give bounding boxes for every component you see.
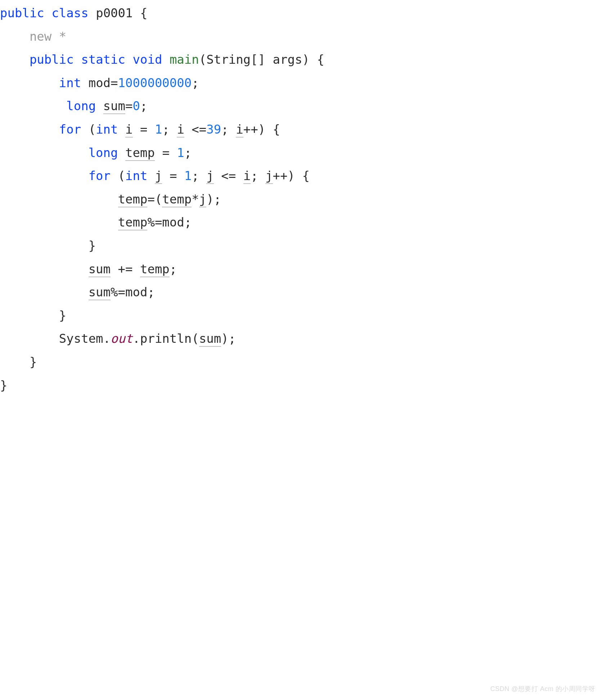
var-temp3: temp (162, 192, 192, 207)
asg3: = (162, 169, 184, 183)
modtxt1: mod; (162, 215, 192, 229)
num-mod: 1000000000 (118, 76, 192, 90)
line-for-j: for (int j = 1; j <= i; j++) { (0, 169, 310, 184)
var-sum4: sum (199, 331, 221, 347)
var-temp5: temp (140, 262, 170, 277)
var-j3: j (265, 169, 273, 184)
sys: System. (59, 331, 111, 346)
var-sum: sum (103, 99, 125, 114)
line-sum-plus: sum += temp; (0, 262, 177, 277)
ss3: ; (192, 169, 206, 183)
num-39: 39 (206, 122, 221, 136)
var-i4: i (243, 169, 251, 184)
println-open: .println( (132, 331, 199, 346)
eq1: = (125, 99, 132, 113)
semi4: ; (170, 262, 177, 276)
brace4: { (302, 169, 309, 183)
ss4: ; (251, 169, 265, 183)
lte2: <= (214, 169, 243, 183)
var-j2: j (206, 169, 214, 184)
var-i: i (125, 122, 132, 138)
var-temp: temp (125, 145, 155, 161)
kw-long: long (66, 99, 96, 113)
var-j4: j (199, 192, 206, 207)
var-temp4: temp (118, 215, 148, 230)
var-sum3: sum (89, 285, 111, 300)
modtxt2: mod; (125, 285, 155, 299)
code-block: public class p0001 { new * public static… (0, 0, 602, 404)
close-semi: ); (221, 331, 236, 346)
pluseq: += (111, 262, 140, 276)
line-sum-mod: sum%=mod; (0, 285, 155, 300)
ss2: ; (221, 122, 236, 136)
var-temp2: temp (118, 192, 148, 207)
line-close-j: } (0, 238, 96, 253)
line-temp-mul: temp=(temp*j); (0, 192, 221, 207)
lte1: <= (184, 122, 206, 136)
mod-lhs: mod= (81, 76, 118, 90)
po2: ( (111, 169, 125, 183)
brace2: { (317, 52, 324, 67)
line-main: public static void main(String[] args) { (0, 52, 324, 67)
tao: =( (147, 192, 162, 206)
line-1: public class p0001 { (0, 6, 147, 20)
kw-long2: long (89, 145, 118, 160)
num-one3: 1 (184, 169, 192, 183)
kw-for1: for (59, 122, 81, 136)
line-println: System.out.println(sum); (0, 331, 236, 347)
num-zero: 0 (133, 99, 140, 113)
line-temp: long temp = 1; (0, 145, 192, 161)
var-sum2: sum (89, 262, 111, 277)
line-sum: long sum=0; (0, 99, 147, 114)
brace-c3: } (30, 355, 37, 369)
semi1: ; (192, 76, 199, 90)
line-close-class: } (0, 378, 7, 392)
kw-for2: for (89, 169, 111, 183)
modeq2: %= (111, 285, 125, 299)
brace3: { (273, 122, 280, 136)
main-params: (String[] args) (199, 52, 317, 67)
cps: ); (206, 192, 221, 206)
fn-main: main (170, 52, 199, 67)
line-close-i: } (0, 308, 66, 323)
num-one2: 1 (177, 145, 184, 160)
kw-int: int (59, 76, 81, 90)
brace-c2: } (59, 308, 66, 323)
mul: * (192, 192, 199, 206)
inc2: ++ (273, 169, 288, 183)
brace-c4: } (0, 378, 7, 392)
modeq1: %= (147, 215, 162, 229)
ss1: ; (162, 122, 177, 136)
var-j: j (155, 169, 162, 184)
var-i2: i (177, 122, 184, 138)
semi2: ; (140, 99, 147, 113)
line-close-main: } (0, 355, 37, 369)
num-one1: 1 (155, 122, 162, 136)
line-mod: int mod=1000000000; (0, 76, 199, 90)
field-out: out (111, 331, 132, 346)
line-temp-mod: temp%=mod; (0, 215, 192, 230)
po1: ( (81, 122, 96, 136)
inc1: ++ (243, 122, 258, 136)
brace: { (140, 6, 147, 20)
kw-class: class (51, 6, 88, 20)
asg1: = (133, 122, 155, 136)
pc1: ) (258, 122, 273, 136)
asg2: = (155, 145, 177, 160)
var-i3: i (236, 122, 243, 138)
kw-int2: int (96, 122, 118, 136)
kw-public2: public (30, 52, 74, 67)
kw-void: void (133, 52, 162, 67)
kw-static: static (81, 52, 125, 67)
pc2: ) (288, 169, 302, 183)
brace-c1: } (89, 238, 96, 253)
line-for-i: for (int i = 1; i <=39; i++) { (0, 122, 280, 138)
kw-int3: int (125, 169, 147, 183)
line-hint: new * (0, 29, 66, 44)
hint-new: new * (30, 29, 66, 44)
semi3: ; (184, 145, 192, 160)
kw-public: public (0, 6, 44, 20)
class-name: p0001 (96, 6, 132, 20)
